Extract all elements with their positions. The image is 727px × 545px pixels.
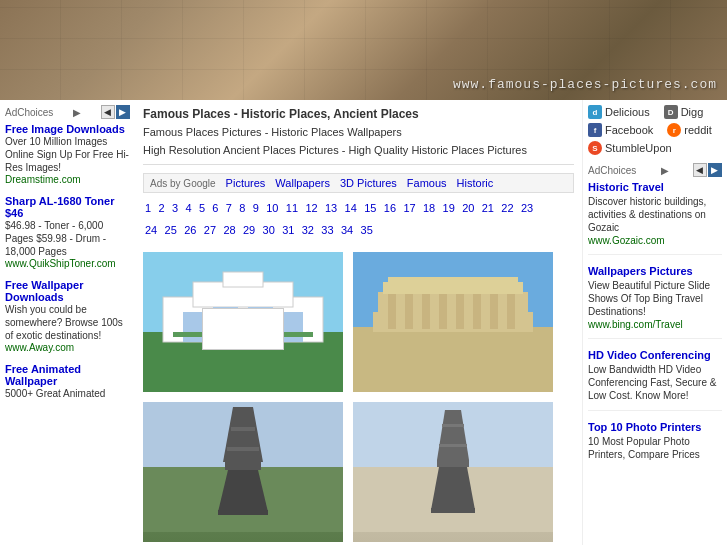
digg-button[interactable]: D Digg	[664, 105, 704, 119]
svg-rect-9	[228, 317, 258, 347]
page-4[interactable]: 4	[183, 199, 193, 219]
ads-nav-historic[interactable]: Historic	[457, 177, 494, 189]
right-ad-3-title[interactable]: HD Video Conferencing	[588, 349, 722, 361]
page-28[interactable]: 28	[221, 221, 237, 241]
page-3[interactable]: 3	[170, 199, 180, 219]
svg-rect-23	[490, 294, 498, 329]
digg-label: Digg	[681, 106, 704, 118]
page-5[interactable]: 5	[197, 199, 207, 219]
page-21[interactable]: 21	[480, 199, 496, 219]
svg-rect-6	[213, 307, 238, 342]
right-ad-2-desc: View Beautiful Picture Slide Shows Of To…	[588, 280, 710, 317]
page-26[interactable]: 26	[182, 221, 198, 241]
page-9[interactable]: 9	[251, 199, 261, 219]
right-ad-4: Top 10 Photo Printers 10 Most Popular Ph…	[588, 421, 722, 469]
left-ad-1-title[interactable]: Free Image Downloads	[5, 123, 130, 135]
svg-rect-19	[422, 294, 430, 329]
page-13[interactable]: 13	[323, 199, 339, 219]
page-29[interactable]: 29	[241, 221, 257, 241]
page-6[interactable]: 6	[210, 199, 220, 219]
page-2[interactable]: 2	[156, 199, 166, 219]
page-32[interactable]: 32	[300, 221, 316, 241]
page-27[interactable]: 27	[202, 221, 218, 241]
page-23[interactable]: 23	[519, 199, 535, 219]
right-ad-choices-icon[interactable]: ▶	[661, 165, 669, 176]
page-8[interactable]: 8	[237, 199, 247, 219]
ads-nav-3dpictures[interactable]: 3D Pictures	[340, 177, 397, 189]
ads-nav-wallpapers[interactable]: Wallpapers	[275, 177, 330, 189]
eiffel-right-image[interactable]	[353, 402, 553, 542]
delicious-button[interactable]: d Delicious	[588, 105, 650, 119]
page-7[interactable]: 7	[224, 199, 234, 219]
right-ad-2-url[interactable]: www.bing.com/Travel	[588, 319, 722, 330]
page-12[interactable]: 12	[303, 199, 319, 219]
facebook-button[interactable]: f Facebook	[588, 123, 653, 137]
social-row-fb-reddit: f Facebook r reddit	[588, 123, 722, 137]
right-ad-prev-arrow[interactable]: ◀	[693, 163, 707, 177]
center-content: Famous Places - Historic Places, Ancient…	[135, 100, 582, 545]
reddit-button[interactable]: r reddit	[667, 123, 712, 137]
left-ad-3-title[interactable]: Free Wallpaper Downloads	[5, 279, 130, 303]
left-sidebar: AdChoices ▶ ◀ ▶ Free Image Downloads Ove…	[0, 100, 135, 545]
page-24[interactable]: 24	[143, 221, 159, 241]
left-ad-1-url[interactable]: Dreamstime.com	[5, 174, 130, 185]
left-ad-choices-label: AdChoices	[5, 107, 53, 118]
page-22[interactable]: 22	[499, 199, 515, 219]
page-14[interactable]: 14	[343, 199, 359, 219]
page-20[interactable]: 20	[460, 199, 476, 219]
ads-nav-famous[interactable]: Famous	[407, 177, 447, 189]
svg-rect-20	[439, 294, 447, 329]
whitehouse-image[interactable]	[143, 252, 343, 392]
page-19[interactable]: 19	[441, 199, 457, 219]
right-ad-4-desc: 10 Most Popular Photo Printers, Compare …	[588, 436, 700, 460]
page-31[interactable]: 31	[280, 221, 296, 241]
page-18[interactable]: 18	[421, 199, 437, 219]
digg-icon: D	[664, 105, 678, 119]
right-ad-2-title[interactable]: Wallpapers Pictures	[588, 265, 722, 277]
svg-rect-7	[248, 307, 273, 342]
left-ad-nav: ◀ ▶	[101, 105, 130, 119]
ads-nav-pictures[interactable]: Pictures	[226, 177, 266, 189]
eiffel-left-image[interactable]	[143, 402, 343, 542]
social-buttons: d Delicious D Digg f Facebook r reddit	[588, 105, 722, 155]
page-33[interactable]: 33	[319, 221, 335, 241]
page-16[interactable]: 16	[382, 199, 398, 219]
ads-google-bar: Ads by Google Pictures Wallpapers 3D Pic…	[143, 173, 574, 193]
left-ad-3: Free Wallpaper Downloads Wish you could …	[5, 279, 130, 353]
page-11[interactable]: 11	[284, 199, 300, 219]
page-35[interactable]: 35	[359, 221, 375, 241]
right-ad-4-title[interactable]: Top 10 Photo Printers	[588, 421, 722, 433]
banner-url: www.famous-places-pictures.com	[453, 77, 717, 92]
left-ad-prev-arrow[interactable]: ◀	[101, 105, 115, 119]
page-links-row2: 24 25 26 27 28 29 30 31 32 33 34 35	[143, 223, 375, 237]
right-ad-1-url[interactable]: www.Gozaic.com	[588, 235, 722, 246]
left-ad-next-arrow[interactable]: ▶	[116, 105, 130, 119]
left-ad-2-url[interactable]: www.QuikShipToner.com	[5, 258, 130, 269]
right-ad-1-title[interactable]: Historic Travel	[588, 181, 722, 193]
left-ad-4-title[interactable]: Free Animated Wallpaper	[5, 363, 130, 387]
reddit-icon: r	[667, 123, 681, 137]
page-15[interactable]: 15	[362, 199, 378, 219]
left-ad-3-desc: Wish you could be somewhere? Browse 100s…	[5, 304, 123, 341]
page-1[interactable]: 1	[143, 199, 153, 219]
right-ad-nav: ◀ ▶	[693, 163, 722, 177]
left-ad-choices-icon[interactable]: ▶	[73, 107, 81, 118]
svg-rect-10	[173, 332, 313, 337]
left-ad-3-url[interactable]: www.Away.com	[5, 342, 130, 353]
left-ad-2-title[interactable]: Sharp AL-1680 Toner $46	[5, 195, 130, 219]
site-line3: High Resolution Ancient Places Pictures …	[143, 142, 574, 160]
left-ad-2-desc: $46.98 - Toner - 6,000 Pages $59.98 - Dr…	[5, 220, 106, 257]
page-25[interactable]: 25	[163, 221, 179, 241]
page-34[interactable]: 34	[339, 221, 355, 241]
stumbleupon-button[interactable]: S StumbleUpon	[588, 141, 672, 155]
svg-rect-4	[223, 272, 263, 287]
parthenon-image[interactable]	[353, 252, 553, 392]
svg-rect-21	[456, 294, 464, 329]
page-17[interactable]: 17	[401, 199, 417, 219]
page-10[interactable]: 10	[264, 199, 280, 219]
right-ad-next-arrow[interactable]: ▶	[708, 163, 722, 177]
stumbleupon-icon: S	[588, 141, 602, 155]
page-30[interactable]: 30	[261, 221, 277, 241]
left-ad-1: Free Image Downloads Over 10 Million Ima…	[5, 123, 130, 185]
ads-google-label: Ads by Google	[150, 178, 216, 189]
